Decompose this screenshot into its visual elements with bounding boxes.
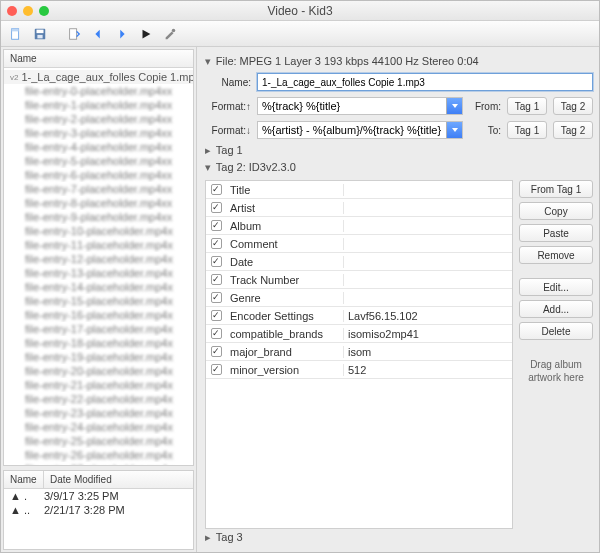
- tag-row[interactable]: Genre: [206, 289, 512, 307]
- tag-field-value[interactable]: Lavf56.15.102: [344, 310, 512, 322]
- tag-row[interactable]: minor_version512: [206, 361, 512, 379]
- file-row[interactable]: file-entry-22-placeholder.mp4x: [4, 392, 193, 406]
- file-row[interactable]: file-entry-16-placeholder.mp4x: [4, 308, 193, 322]
- file-row[interactable]: file-entry-7-placeholder.mp4xx: [4, 182, 193, 196]
- add-button[interactable]: Add...: [519, 300, 593, 318]
- file-row[interactable]: file-entry-25-placeholder.mp4x: [4, 434, 193, 448]
- dir-row[interactable]: ▲ .3/9/17 3:25 PM: [4, 489, 193, 503]
- dir-row[interactable]: ▲ ..2/21/17 3:28 PM: [4, 503, 193, 517]
- file-row[interactable]: file-entry-27-placeholder.mp4x: [4, 462, 193, 465]
- checkbox[interactable]: [211, 238, 222, 249]
- format-up-combo[interactable]: %{track} %{title}: [257, 97, 463, 115]
- revert-button[interactable]: [63, 24, 85, 44]
- tag-field-value[interactable]: isom: [344, 346, 512, 358]
- tag-row[interactable]: Comment: [206, 235, 512, 253]
- tag-row[interactable]: compatible_brandsisomiso2mp41: [206, 325, 512, 343]
- tag-field-value[interactable]: isomiso2mp41: [344, 328, 512, 340]
- tag-table[interactable]: TitleArtistAlbumCommentDateTrack NumberG…: [205, 180, 513, 529]
- back-button[interactable]: [87, 24, 109, 44]
- name-input[interactable]: [257, 73, 593, 91]
- dir-col-date[interactable]: Date Modified: [44, 471, 118, 488]
- checkbox[interactable]: [211, 202, 222, 213]
- checkbox[interactable]: [211, 274, 222, 285]
- file-row[interactable]: file-entry-10-placeholder.mp4x: [4, 224, 193, 238]
- play-button[interactable]: [135, 24, 157, 44]
- chevron-down-icon[interactable]: [446, 98, 462, 114]
- from-tag1-btn[interactable]: From Tag 1: [519, 180, 593, 198]
- name-label: Name:: [205, 77, 251, 88]
- configure-button[interactable]: [159, 24, 181, 44]
- checkbox[interactable]: [211, 256, 222, 267]
- file-row[interactable]: file-entry-15-placeholder.mp4x: [4, 294, 193, 308]
- toolbar: [1, 21, 599, 47]
- checkbox[interactable]: [211, 292, 222, 303]
- checkbox[interactable]: [211, 346, 222, 357]
- svg-point-5: [172, 28, 176, 32]
- file-row[interactable]: file-entry-18-placeholder.mp4x: [4, 336, 193, 350]
- to-tag1-button[interactable]: Tag 1: [507, 121, 547, 139]
- file-row[interactable]: file-entry-0-placeholder.mp4xx: [4, 84, 193, 98]
- svg-rect-3: [37, 34, 42, 38]
- dir-list[interactable]: Name Date Modified ▲ .3/9/17 3:25 PM▲ ..…: [3, 470, 194, 550]
- delete-button[interactable]: Delete: [519, 322, 593, 340]
- copy-button[interactable]: Copy: [519, 202, 593, 220]
- artwork-dropzone[interactable]: Drag album artwork here: [519, 358, 593, 384]
- format-down-combo[interactable]: %{artist} - %{album}/%{track} %{title}: [257, 121, 463, 139]
- file-list-header[interactable]: Name: [4, 50, 193, 68]
- tag-field-name: Date: [226, 256, 344, 268]
- chevron-down-icon[interactable]: [446, 122, 462, 138]
- remove-button[interactable]: Remove: [519, 246, 593, 264]
- from-tag2-button[interactable]: Tag 2: [553, 97, 593, 115]
- checkbox[interactable]: [211, 328, 222, 339]
- tag-row[interactable]: Track Number: [206, 271, 512, 289]
- file-row[interactable]: file-entry-5-placeholder.mp4xx: [4, 154, 193, 168]
- file-row[interactable]: file-entry-21-placeholder.mp4x: [4, 378, 193, 392]
- paste-button[interactable]: Paste: [519, 224, 593, 242]
- file-row[interactable]: file-entry-1-placeholder.mp4xx: [4, 98, 193, 112]
- edit-button[interactable]: Edit...: [519, 278, 593, 296]
- file-row[interactable]: file-entry-17-placeholder.mp4x: [4, 322, 193, 336]
- dir-col-name[interactable]: Name: [4, 471, 44, 488]
- tag-row[interactable]: Artist: [206, 199, 512, 217]
- file-row[interactable]: file-entry-9-placeholder.mp4xx: [4, 210, 193, 224]
- tag-row[interactable]: Date: [206, 253, 512, 271]
- tag-row[interactable]: Album: [206, 217, 512, 235]
- file-row[interactable]: file-entry-12-placeholder.mp4x: [4, 252, 193, 266]
- disclosure-icon[interactable]: ▾: [205, 55, 213, 68]
- tag3-section: Tag 3: [216, 531, 243, 543]
- file-row[interactable]: file-entry-14-placeholder.mp4x: [4, 280, 193, 294]
- checkbox[interactable]: [211, 364, 222, 375]
- tag-field-value[interactable]: 512: [344, 364, 512, 376]
- file-row[interactable]: file-entry-19-placeholder.mp4x: [4, 350, 193, 364]
- new-button[interactable]: [5, 24, 27, 44]
- checkbox[interactable]: [211, 310, 222, 321]
- from-tag1-button[interactable]: Tag 1: [507, 97, 547, 115]
- file-row[interactable]: file-entry-24-placeholder.mp4x: [4, 420, 193, 434]
- forward-button[interactable]: [111, 24, 133, 44]
- checkbox[interactable]: [211, 184, 222, 195]
- file-row[interactable]: file-entry-4-placeholder.mp4xx: [4, 140, 193, 154]
- tag-row[interactable]: major_brandisom: [206, 343, 512, 361]
- disclosure-icon[interactable]: ▾: [205, 161, 213, 174]
- file-row[interactable]: file-entry-6-placeholder.mp4xx: [4, 168, 193, 182]
- tag-row[interactable]: Encoder SettingsLavf56.15.102: [206, 307, 512, 325]
- file-row[interactable]: file-entry-2-placeholder.mp4xx: [4, 112, 193, 126]
- tag-field-name: Comment: [226, 238, 344, 250]
- file-row[interactable]: file-entry-20-placeholder.mp4x: [4, 364, 193, 378]
- tag-field-name: compatible_brands: [226, 328, 344, 340]
- disclosure-icon[interactable]: ▸: [205, 144, 213, 157]
- tag-field-name: Title: [226, 184, 344, 196]
- file-row[interactable]: file-entry-3-placeholder.mp4xx: [4, 126, 193, 140]
- file-row[interactable]: file-entry-11-placeholder.mp4x: [4, 238, 193, 252]
- tag-row[interactable]: Title: [206, 181, 512, 199]
- file-row[interactable]: v21-_La_cage_aux_folles Copie 1.mp3: [4, 70, 193, 84]
- to-tag2-button[interactable]: Tag 2: [553, 121, 593, 139]
- save-button[interactable]: [29, 24, 51, 44]
- file-row[interactable]: file-entry-23-placeholder.mp4x: [4, 406, 193, 420]
- file-row[interactable]: file-entry-26-placeholder.mp4x: [4, 448, 193, 462]
- disclosure-icon[interactable]: ▸: [205, 531, 213, 544]
- checkbox[interactable]: [211, 220, 222, 231]
- file-list[interactable]: Name v21-_La_cage_aux_folles Copie 1.mp3…: [3, 49, 194, 466]
- file-row[interactable]: file-entry-8-placeholder.mp4xx: [4, 196, 193, 210]
- file-row[interactable]: file-entry-13-placeholder.mp4x: [4, 266, 193, 280]
